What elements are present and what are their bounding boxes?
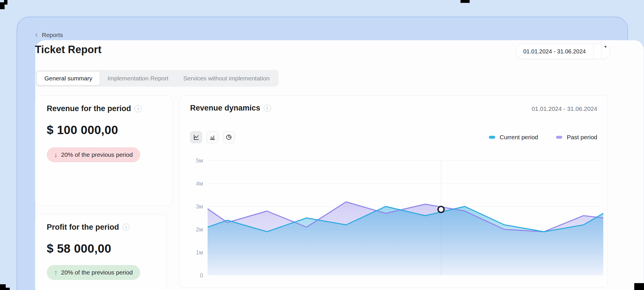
- pie-chart-toggle-button[interactable]: [223, 131, 235, 143]
- date-range-picker[interactable]: 01.01.2024 - 31.06.2024: [516, 44, 610, 59]
- profit-amount: $ 58 000,00: [47, 242, 111, 256]
- chart-legend: Current period Past period: [489, 134, 597, 141]
- arrow-down-icon: ↓: [54, 151, 58, 159]
- chart-type-toggles: [190, 131, 235, 143]
- line-chart-icon: [193, 134, 200, 141]
- profit-title-text: Profit for the period: [47, 223, 119, 232]
- date-pill-divider: [594, 44, 594, 59]
- revenue-trend-badge: ↓ 20% of the previous period: [47, 147, 140, 162]
- revenue-trend-text: 20% of the previous period: [61, 151, 133, 158]
- date-range-value: 01.01.2024 - 31.06.2024: [516, 48, 586, 55]
- revenue-amount: $ 100 000,00: [47, 123, 118, 137]
- pie-chart-icon: [225, 134, 232, 141]
- chart-title-text: Revenue dynamics: [190, 104, 260, 113]
- bar-chart-icon: [209, 134, 216, 141]
- y-axis-tick: 2м: [196, 226, 203, 233]
- info-icon[interactable]: i: [134, 105, 142, 112]
- line-chart-toggle-button[interactable]: [190, 131, 202, 143]
- profit-card-title: Profit for the period i: [47, 223, 130, 232]
- profit-trend-badge: ↑ 20% of the previous period: [47, 265, 140, 280]
- y-axis-tick: 3м: [196, 203, 203, 210]
- tab-services-without-implementation[interactable]: Services without implementation: [176, 71, 277, 85]
- revenue-dynamics-plot[interactable]: [208, 158, 603, 281]
- hover-point-marker[interactable]: [438, 206, 444, 212]
- page-title: Ticket Report: [35, 44, 102, 56]
- y-axis-tick: 1м: [196, 249, 203, 256]
- date-pill-divider: [602, 44, 602, 59]
- chart-title: Revenue dynamics i: [190, 104, 271, 113]
- info-icon[interactable]: i: [122, 224, 130, 231]
- breadcrumb[interactable]: ‹ Reports: [35, 32, 63, 38]
- tab-implementation-report[interactable]: Implementation Report: [100, 71, 176, 85]
- legend-swatch-past: [556, 136, 562, 139]
- screenshot-artifact: [5, 288, 10, 290]
- back-chevron-icon[interactable]: ‹: [35, 30, 38, 38]
- cursor-artifact: [604, 46, 606, 48]
- legend-label-past: Past period: [567, 134, 597, 141]
- bar-chart-toggle-button[interactable]: [206, 131, 218, 143]
- info-icon[interactable]: i: [264, 105, 271, 112]
- y-axis-tick: 4м: [196, 180, 203, 187]
- legend-swatch-current: [489, 136, 495, 139]
- y-axis-tick: 0: [200, 272, 203, 279]
- revenue-dynamics-card: Revenue dynamics i 01.01.2024 - 31.06.20…: [179, 95, 608, 288]
- arrow-up-icon: ↑: [54, 268, 58, 277]
- screenshot-artifact: [460, 0, 470, 3]
- tab-general-summary[interactable]: General summary: [37, 71, 100, 85]
- y-axis-tick: 5м: [196, 157, 203, 164]
- chart-date-range: 01.01.2024 - 31.06.2024: [532, 105, 597, 112]
- y-axis-labels: 5м4м3м2м1м0: [188, 158, 203, 281]
- revenue-title-text: Revenue for the period: [47, 104, 131, 113]
- profit-trend-text: 20% of the previous period: [61, 269, 133, 276]
- legend-label-current: Current period: [500, 134, 538, 141]
- screenshot-artifact: [4, 0, 7, 5]
- report-tabs: General summary Implementation Report Se…: [35, 70, 279, 87]
- revenue-card: Revenue for the period i $ 100 000,00 ↓ …: [35, 95, 173, 206]
- screenshot-artifact: [0, 284, 6, 290]
- profit-card: Profit for the period i $ 58 000,00 ↑ 20…: [35, 214, 167, 290]
- revenue-card-title: Revenue for the period i: [47, 104, 142, 113]
- legend-current-period[interactable]: Current period: [489, 134, 538, 141]
- breadcrumb-label[interactable]: Reports: [42, 32, 63, 38]
- legend-past-period[interactable]: Past period: [556, 134, 597, 141]
- screenshot-artifact: [634, 283, 644, 290]
